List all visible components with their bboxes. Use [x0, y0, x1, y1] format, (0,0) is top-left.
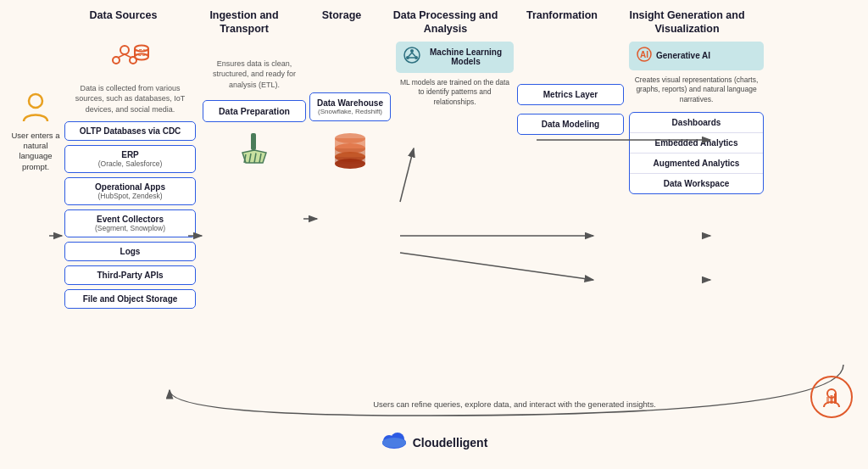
data-warehouse-box[interactable]: Data Warehouse (Snowflake, Redshift) — [309, 92, 391, 121]
svg-line-5 — [125, 54, 131, 58]
processing-col: Machine Learning Models ML models are tr… — [391, 42, 514, 115]
warehouse-label: Data Warehouse — [315, 98, 385, 108]
svg-point-10 — [135, 53, 148, 59]
storage-col: Data Warehouse (Snowflake, Redshift) — [306, 42, 391, 176]
cloudelligent-logo: Cloudelligent — [381, 431, 488, 454]
data-preparation-box[interactable]: Data Preparation — [203, 100, 306, 122]
source-oltp-label: OLTP Databases via CDC — [72, 126, 188, 136]
svg-rect-12 — [251, 133, 256, 150]
source-ops-apps[interactable]: Operational Apps (HubSpot, Zendesk) — [64, 177, 196, 205]
data-modeling-box[interactable]: Data Modeling — [517, 114, 624, 135]
svg-rect-48 — [834, 394, 837, 404]
headers-row: Data Sources Ingestion and Transport Sto… — [7, 8, 861, 36]
header-storage: Storage — [299, 8, 384, 36]
source-third-party[interactable]: Third-Party APIs — [64, 265, 196, 285]
insight-boxes: Dashboards Embedded Analytics Augmented … — [629, 112, 764, 194]
gen-ai-box[interactable]: AI Generative AI — [629, 42, 764, 70]
header-ingestion: Ingestion and Transport — [189, 8, 299, 36]
source-logs[interactable]: Logs — [64, 242, 196, 261]
svg-point-52 — [382, 438, 406, 448]
source-ops-apps-label: Operational Apps — [72, 182, 188, 192]
user-section: User enters a natural language prompt. — [7, 42, 64, 172]
bottom-section: Cloudelligent — [0, 431, 868, 454]
svg-point-25 — [410, 49, 414, 53]
database-icon — [64, 42, 196, 78]
ml-label: Machine Learning Models — [425, 47, 507, 66]
metrics-layer-box[interactable]: Metrics Layer — [517, 84, 624, 105]
svg-point-1 — [120, 46, 129, 54]
ml-description: ML models are trained on the data to ide… — [396, 78, 514, 109]
source-oltp[interactable]: OLTP Databases via CDC — [64, 121, 196, 141]
feedback-icon — [810, 376, 853, 418]
svg-text:AI: AI — [640, 50, 648, 59]
svg-point-0 — [29, 94, 42, 108]
svg-line-28 — [409, 53, 412, 57]
svg-rect-46 — [826, 397, 829, 404]
source-third-party-label: Third-Party APIs — [72, 271, 188, 280]
source-event-label: Event Collectors — [72, 215, 188, 224]
diagram-container: Data Sources Ingestion and Transport Sto… — [0, 0, 868, 469]
insight-embedded[interactable]: Embedded Analytics — [630, 133, 763, 154]
sources-col: Data is collected from various sources, … — [64, 42, 196, 314]
insight-col: AI Generative AI Creates visual represen… — [624, 42, 764, 195]
header-sources: Data Sources — [58, 8, 189, 36]
gen-ai-label: Generative AI — [656, 51, 710, 60]
insight-augmented[interactable]: Augmented Analytics — [630, 154, 763, 174]
source-event-collectors[interactable]: Event Collectors (Segment, Snowplow) — [64, 209, 196, 237]
ingestion-col: Ensures data is clean, structured, and r… — [196, 42, 306, 174]
sources-description: Data is collected from various sources, … — [64, 83, 196, 115]
source-erp[interactable]: ERP (Oracle, Salesforce) — [64, 145, 196, 173]
header-insight: Insight Generation and Visualization — [617, 8, 757, 36]
transformation-col: Metrics Layer Data Modeling — [514, 42, 624, 143]
user-label: User enters a natural language prompt. — [7, 131, 64, 172]
ml-models-box[interactable]: Machine Learning Models — [396, 42, 514, 73]
user-icon — [22, 92, 49, 127]
db-stack-icon — [309, 128, 391, 176]
feedback-text: Users can refine queries, explore data, … — [271, 399, 758, 410]
header-processing: Data Processing and Analysis — [384, 8, 507, 36]
source-ops-apps-sub: (HubSpot, Zendesk) — [72, 192, 188, 200]
svg-line-4 — [118, 54, 125, 58]
gen-ai-description: Creates visual representations (charts, … — [629, 75, 764, 106]
ml-icon — [403, 46, 421, 69]
svg-point-23 — [335, 159, 365, 169]
broom-icon — [203, 129, 306, 173]
source-erp-sub: (Oracle, Salesforce) — [72, 159, 188, 168]
gen-ai-icon: AI — [636, 46, 653, 66]
source-erp-label: ERP — [72, 150, 188, 159]
header-transformation: Tranformation — [507, 8, 617, 36]
svg-rect-47 — [831, 395, 833, 404]
svg-line-29 — [412, 53, 415, 57]
source-file-storage[interactable]: File and Object Storage — [64, 289, 196, 309]
branding-label: Cloudelligent — [413, 436, 488, 449]
cloud-icon — [381, 431, 408, 454]
source-logs-label: Logs — [72, 247, 188, 256]
ingestion-description: Ensures data is clean, structured, and r… — [203, 59, 306, 91]
source-event-sub: (Segment, Snowplow) — [72, 224, 188, 232]
source-file-label: File and Object Storage — [72, 294, 188, 304]
insight-dashboards[interactable]: Dashboards — [630, 113, 763, 133]
main-row: User enters a natural language prompt. — [7, 42, 861, 314]
warehouse-sub: (Snowflake, Redshift) — [315, 108, 385, 115]
insight-workspace[interactable]: Data Workspace — [630, 174, 763, 193]
